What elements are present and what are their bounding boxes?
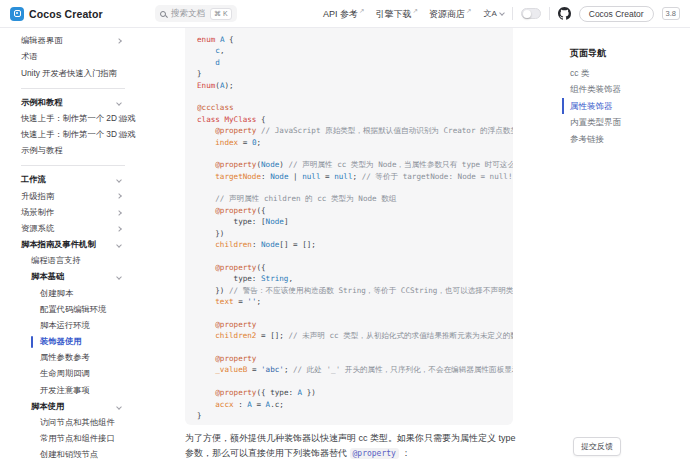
page-nav-item[interactable]: 参考链接 <box>562 131 690 147</box>
search-icon <box>160 11 166 17</box>
sidebar-item[interactable]: 示例和教程 <box>21 95 137 111</box>
code-line: type: String, <box>197 273 513 284</box>
sidebar-item[interactable]: 编辑器界面 <box>21 33 137 49</box>
translate-icon[interactable]: 文A <box>483 8 503 19</box>
code-line: class MyClass { <box>197 114 513 125</box>
active-indicator <box>31 336 33 348</box>
code-line: children: Node[] = []; <box>197 239 513 250</box>
code-line: // 声明属性 children 的 cc 类型为 Node 数组 <box>197 193 513 204</box>
external-link-icon: ↗ <box>359 7 364 14</box>
code-line: type: [Node] <box>197 216 513 227</box>
sidebar-item[interactable]: 术语 <box>21 49 137 65</box>
sidebar-item[interactable]: 创建脚本 <box>21 285 137 301</box>
header-link-label: 资源商店 <box>429 9 465 19</box>
code-line <box>197 307 513 318</box>
code-line <box>197 91 513 102</box>
header-extras: 文A Cocos Creator 3.8 <box>483 6 680 22</box>
sidebar-item[interactable]: 常用节点和组件接口 <box>21 431 137 447</box>
sidebar-item[interactable]: 属性参数参考 <box>21 350 137 366</box>
sidebar-item-label: 资源系统 <box>21 223 54 233</box>
sidebar-item-label: 属性参数参考 <box>40 352 90 362</box>
sidebar-item[interactable]: 脚本运行环境 <box>21 318 137 334</box>
sidebar-item[interactable]: 升级指南 <box>21 188 137 204</box>
page-nav-item[interactable]: cc 类 <box>562 65 690 81</box>
sidebar-item-label: 创建脚本 <box>40 288 73 298</box>
header-link[interactable]: 引擎下载↗ <box>376 7 418 21</box>
page-nav-list: cc 类组件类装饰器属性装饰器内置类型界面参考链接 <box>562 65 690 147</box>
sidebar-divider <box>21 88 125 89</box>
code-line: @property(Node) // 声明属性 cc 类型为 Node，当属性参… <box>197 159 513 170</box>
sidebar-item-label: 创建和销毁节点 <box>40 449 98 459</box>
sidebar-item[interactable]: 创建和销毁节点 <box>21 447 137 461</box>
sidebar-item-label: 脚本基础 <box>31 271 64 281</box>
sidebar-item[interactable]: 装饰器使用 <box>21 334 137 350</box>
code-line: c, <box>197 45 513 56</box>
sidebar-item[interactable]: 开发注意事项 <box>21 382 137 398</box>
external-link-icon: ↗ <box>413 7 418 14</box>
sidebar-item[interactable]: 工作流 <box>21 172 137 188</box>
sidebar-item-label: 脚本使用 <box>31 401 64 411</box>
sidebar-item[interactable]: 编程语言支持 <box>21 253 137 269</box>
sidebar-item[interactable]: Unity 开发者快速入门指南 <box>21 65 137 81</box>
code-line <box>197 182 513 193</box>
page-nav-item[interactable]: 属性装饰器 <box>562 98 690 114</box>
sidebar-item-label: 编程语言支持 <box>31 255 81 265</box>
chevron-right-icon <box>116 226 122 232</box>
sidebar-item-label: 常用节点和组件接口 <box>40 433 115 443</box>
code-line: @property <box>197 353 513 364</box>
sidebar: 编辑器界面术语Unity 开发者快速入门指南示例和教程快速上手：制作第一个 2D… <box>0 28 162 461</box>
header-link[interactable]: API 参考↗ <box>323 7 364 21</box>
sidebar-item-label: 装饰器使用 <box>40 336 81 346</box>
chevron-right-icon <box>116 210 122 216</box>
feedback-button[interactable]: 提交反馈 <box>573 437 621 456</box>
page-nav-item[interactable]: 内置类型界面 <box>562 114 690 130</box>
header: Cocos Creator 搜索文档 ⌘ K API 参考↗引擎下载↗资源商店↗… <box>0 0 690 28</box>
header-link[interactable]: 资源商店↗ <box>429 7 471 21</box>
github-icon[interactable] <box>558 7 571 20</box>
brand[interactable]: Cocos Creator <box>10 7 103 21</box>
sidebar-item[interactable]: 资源系统 <box>21 221 137 237</box>
code-line: } <box>197 410 513 421</box>
sidebar-divider <box>21 165 125 166</box>
sidebar-item[interactable]: 示例与教程 <box>21 143 137 159</box>
code-line: @ccclass <box>197 102 513 113</box>
code-line: Enum(A); <box>197 80 513 91</box>
sidebar-item[interactable]: 快速上手：制作第一个 2D 游戏 <box>21 111 137 127</box>
sidebar-item[interactable]: 生命周期回调 <box>21 366 137 382</box>
sidebar-item[interactable]: 场景制作 <box>21 205 137 221</box>
theme-toggle[interactable] <box>521 8 541 19</box>
code-line: @property({ <box>197 262 513 273</box>
code-line: } <box>197 68 513 79</box>
code-line: @property // JavaScript 原始类型，根据默认值自动识别为 … <box>197 125 513 136</box>
sidebar-item[interactable]: 配置代码编辑环境 <box>21 302 137 318</box>
sidebar-item-label: 工作流 <box>21 174 46 184</box>
sidebar-item[interactable]: 访问节点和其他组件 <box>21 415 137 431</box>
code-line: }) // 警告：不应该使用构造函数 String，等价于 CCString，也… <box>197 285 513 296</box>
cocos-logo-icon <box>10 7 24 21</box>
inline-code: @property <box>350 448 399 459</box>
search-box[interactable]: 搜索文档 ⌘ K <box>155 5 237 22</box>
chevron-down-icon <box>499 10 505 16</box>
sidebar-item-label: 生命周期回调 <box>40 368 90 378</box>
sidebar-item[interactable]: 脚本使用 <box>21 399 137 415</box>
divider <box>549 7 550 20</box>
sidebar-item[interactable]: 脚本基础 <box>21 269 137 285</box>
sidebar-item-label: 访问节点和其他组件 <box>40 417 115 427</box>
code-block: enum A { c, d}Enum(A);@ccclassclass MyCl… <box>185 28 513 425</box>
sidebar-item-label: 示例与教程 <box>21 145 62 155</box>
sidebar-item-label: 开发注意事项 <box>40 385 90 395</box>
search-shortcut-key: ⌘ K <box>210 8 232 20</box>
sidebar-item[interactable]: 脚本指南及事件机制 <box>21 237 137 253</box>
code-line: children2 = []; // 未声明 cc 类型，从初始化式的求值结果推… <box>197 330 513 341</box>
chevron-down-icon <box>116 100 122 106</box>
code-line: enum A { <box>197 34 513 45</box>
chevron-down-icon <box>116 274 122 280</box>
sidebar-item-label: 升级指南 <box>21 191 54 201</box>
code-line <box>197 148 513 159</box>
page-nav-item[interactable]: 组件类装饰器 <box>562 81 690 97</box>
sidebar-item[interactable]: 快速上手：制作第一个 3D 游戏 <box>21 127 137 143</box>
version-menu[interactable]: Cocos Creator <box>579 6 654 22</box>
code-line: index = 0; <box>197 137 513 148</box>
sidebar-item-label: 场景制作 <box>21 207 54 217</box>
version-badge: 3.8 <box>662 7 680 20</box>
